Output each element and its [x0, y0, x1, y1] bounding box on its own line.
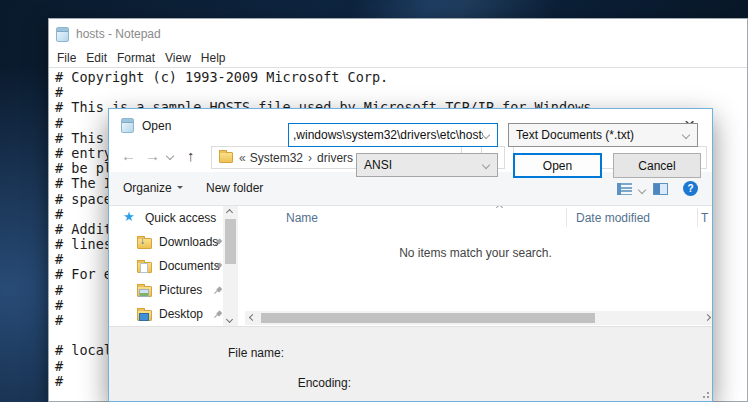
scroll-left-icon[interactable] — [249, 314, 256, 321]
column-header-type[interactable]: T — [701, 206, 708, 229]
back-icon[interactable]: ← — [121, 147, 136, 164]
up-icon[interactable]: ↑ — [187, 147, 195, 164]
chevron-down-icon — [682, 131, 690, 139]
scrollbar-thumb[interactable] — [261, 313, 595, 323]
encoding-select[interactable]: ANSI — [356, 153, 498, 177]
file-name-label: File name: — [184, 346, 284, 360]
folder-icon — [219, 152, 233, 163]
scrollbar-thumb[interactable] — [225, 219, 236, 264]
sidebar-item-label: Quick access — [145, 211, 216, 225]
encoding-label: Encoding: — [251, 376, 351, 390]
sidebar-item[interactable]: Documents — [109, 254, 223, 278]
sidebar-item[interactable]: Pictures — [109, 278, 223, 302]
column-header-name[interactable]: Name — [286, 206, 318, 229]
view-options-chevron-icon[interactable] — [638, 186, 646, 194]
new-folder-button[interactable]: New folder — [206, 181, 263, 195]
file-type-select[interactable]: Text Documents (*.txt) — [508, 123, 698, 147]
notepad-menubar: FileEditFormatViewHelp — [49, 49, 747, 68]
empty-results-message: No items match your search. — [239, 246, 712, 260]
sidebar-item[interactable]: Desktop — [109, 302, 223, 326]
breadcrumb-segment[interactable]: drivers — [315, 151, 355, 165]
open-dialog-title: Open — [142, 119, 171, 133]
horizontal-scrollbar[interactable] — [245, 311, 712, 325]
notepad-menu-item[interactable]: File — [52, 51, 81, 65]
sidebar-scrollbar[interactable] — [223, 206, 238, 326]
preview-pane-icon[interactable] — [653, 183, 668, 195]
sidebar-item[interactable]: Quick access — [109, 206, 223, 230]
sidebar-item-icon — [137, 262, 152, 273]
organize-button[interactable]: Organize — [123, 181, 183, 195]
file-list[interactable]: Name Date modified T No items match your… — [239, 206, 712, 326]
dialog-footer — [109, 326, 712, 401]
notepad-menu-item[interactable]: Format — [112, 51, 160, 65]
chevron-down-icon — [177, 186, 183, 192]
file-type-value: Text Documents (*.txt) — [509, 128, 634, 142]
resize-grip[interactable] — [707, 396, 709, 398]
notepad-app-icon — [56, 27, 69, 42]
notepad-menu-item[interactable]: Help — [196, 51, 231, 65]
sidebar-item-icon — [123, 212, 138, 225]
open-dialog: Open × ← → ↑ « System32 › drivers › etc … — [108, 108, 713, 402]
pin-icon — [211, 308, 224, 321]
notepad-menu-item[interactable]: Edit — [81, 51, 112, 65]
chevron-down-icon[interactable] — [482, 131, 490, 139]
scroll-down-icon[interactable] — [226, 316, 233, 323]
encoding-value: ANSI — [357, 158, 392, 172]
notepad-menu-item[interactable]: View — [160, 51, 196, 65]
pin-icon — [211, 284, 224, 297]
file-name-input[interactable] — [289, 128, 483, 142]
cancel-button[interactable]: Cancel — [613, 153, 701, 178]
notepad-window-title: hosts - Notepad — [76, 27, 161, 41]
dialog-content: Quick access Downloads Documents — [109, 206, 712, 326]
sidebar-item-icon — [137, 286, 152, 297]
open-button[interactable]: Open — [513, 153, 602, 178]
scroll-up-icon[interactable] — [226, 209, 233, 216]
breadcrumb-separator-icon: › — [305, 151, 315, 165]
scroll-right-icon[interactable] — [704, 314, 711, 321]
sidebar-item-label: Downloads — [159, 235, 218, 249]
navigation-sidebar: Quick access Downloads Documents — [109, 206, 223, 326]
notepad-titlebar[interactable]: hosts - Notepad — [49, 19, 747, 49]
file-name-combobox — [288, 123, 498, 147]
view-list-icon[interactable] — [617, 183, 632, 195]
sidebar-item-icon — [137, 310, 152, 321]
chevron-down-icon — [482, 161, 490, 169]
sort-ascending-icon — [496, 206, 503, 211]
sidebar-item[interactable]: Downloads — [109, 230, 223, 254]
notepad-text-line: # Copyright (c) 1993-2009 Microsoft Corp… — [55, 70, 747, 85]
organize-label: Organize — [123, 181, 172, 195]
recent-locations-chevron-icon[interactable] — [166, 152, 174, 160]
help-button[interactable]: ? — [683, 181, 698, 196]
sidebar-item-icon — [137, 238, 152, 249]
sidebar-item-label: Desktop — [159, 307, 203, 321]
notepad-text-line: # — [55, 85, 747, 100]
column-separator[interactable] — [566, 208, 567, 227]
notepad-app-icon — [121, 118, 134, 133]
breadcrumb-segment[interactable]: System32 — [248, 151, 305, 165]
forward-icon[interactable]: → — [145, 147, 160, 164]
breadcrumb-overflow[interactable]: « — [239, 151, 248, 165]
sidebar-item-label: Pictures — [159, 283, 202, 297]
column-header-date-modified[interactable]: Date modified — [576, 206, 650, 229]
column-separator[interactable] — [697, 208, 698, 227]
